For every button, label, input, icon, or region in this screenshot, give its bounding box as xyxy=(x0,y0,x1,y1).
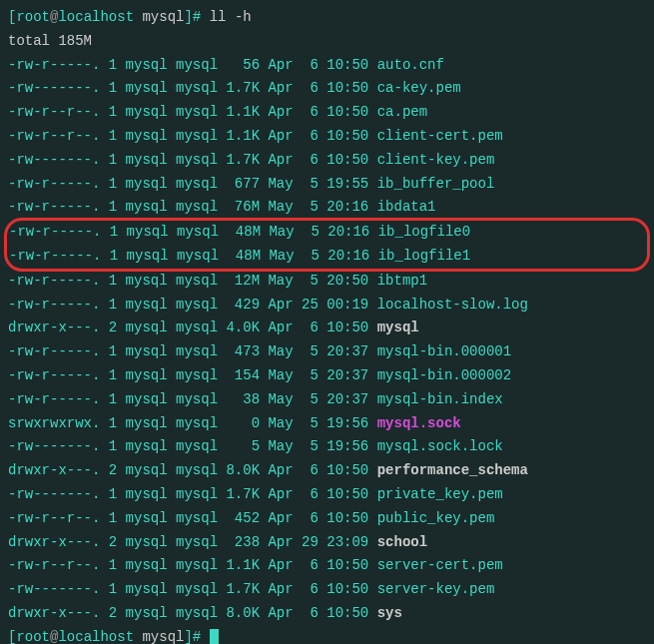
file-meta: -rw-------. 1 mysql mysql 5 May 5 19:56 xyxy=(8,438,377,454)
file-row: -rw-r--r--. 1 mysql mysql 1.1K Apr 6 10:… xyxy=(8,125,646,149)
file-row: -rw-r-----. 1 mysql mysql 56 Apr 6 10:50… xyxy=(8,54,646,78)
cursor[interactable] xyxy=(210,629,219,644)
file-meta: -rw-r--r--. 1 mysql mysql 1.1K Apr 6 10:… xyxy=(8,557,377,573)
file-name: server-key.pem xyxy=(377,581,495,597)
file-meta: -rw-------. 1 mysql mysql 1.7K Apr 6 10:… xyxy=(8,152,377,168)
file-name: auto.cnf xyxy=(377,57,444,73)
prompt-user: root xyxy=(16,9,50,25)
file-meta: -rw-r--r--. 1 mysql mysql 452 Apr 6 10:5… xyxy=(8,510,377,526)
file-meta: drwxr-x---. 2 mysql mysql 4.0K Apr 6 10:… xyxy=(8,320,377,335)
file-meta: -rw-r-----. 1 mysql mysql 677 May 5 19:5… xyxy=(8,176,377,192)
file-name: server-cert.pem xyxy=(377,557,503,573)
file-name: performance_schema xyxy=(377,462,528,478)
file-meta: -rw-------. 1 mysql mysql 1.7K Apr 6 10:… xyxy=(8,80,377,96)
file-meta: -rw-r-----. 1 mysql mysql 38 May 5 20:37 xyxy=(8,391,377,407)
file-row: -rw-r-----. 1 mysql mysql 473 May 5 20:3… xyxy=(8,340,646,364)
file-name: mysql-bin.000002 xyxy=(377,367,511,383)
file-row: srwxrwxrwx. 1 mysql mysql 0 May 5 19:56 … xyxy=(8,412,646,436)
file-meta: -rw-r-----. 1 mysql mysql 56 Apr 6 10:50 xyxy=(8,57,377,73)
file-name: mysql.sock.lock xyxy=(377,438,503,454)
total-line: total 185M xyxy=(8,30,646,54)
file-meta: drwxr-x---. 2 mysql mysql 8.0K Apr 6 10:… xyxy=(8,605,377,621)
file-name: mysql.sock xyxy=(377,415,461,431)
file-meta: -rw-------. 1 mysql mysql 1.7K Apr 6 10:… xyxy=(8,581,377,597)
file-row: -rw-r-----. 1 mysql mysql 677 May 5 19:5… xyxy=(8,173,646,197)
file-meta: -rw-r-----. 1 mysql mysql 48M May 5 20:1… xyxy=(9,248,378,264)
file-row: -rw-------. 1 mysql mysql 1.7K Apr 6 10:… xyxy=(8,483,646,507)
file-row: drwxr-x---. 2 mysql mysql 8.0K Apr 6 10:… xyxy=(8,459,646,483)
highlighted-rows: -rw-r-----. 1 mysql mysql 48M May 5 20:1… xyxy=(9,221,645,269)
file-name: ca-key.pem xyxy=(377,80,461,96)
file-row: -rw-r-----. 1 mysql mysql 429 Apr 25 00:… xyxy=(8,294,646,318)
prompt-line-2: [root@localhost mysql]# xyxy=(8,626,646,644)
file-meta: srwxrwxrwx. 1 mysql mysql 0 May 5 19:56 xyxy=(8,415,377,431)
file-meta: -rw-------. 1 mysql mysql 1.7K Apr 6 10:… xyxy=(8,486,377,502)
file-meta: -rw-r-----. 1 mysql mysql 429 Apr 25 00:… xyxy=(8,297,377,313)
file-meta: -rw-r-----. 1 mysql mysql 76M May 5 20:1… xyxy=(8,199,377,215)
file-name: public_key.pem xyxy=(377,510,495,526)
file-listing-continued: -rw-r-----. 1 mysql mysql 12M May 5 20:5… xyxy=(8,270,646,626)
file-name: school xyxy=(377,534,427,550)
file-meta: drwxr-x---. 2 mysql mysql 8.0K Apr 6 10:… xyxy=(8,462,377,478)
file-row: -rw-r-----. 1 mysql mysql 154 May 5 20:3… xyxy=(8,364,646,388)
prompt-host: localhost xyxy=(58,9,134,25)
file-row: -rw-r--r--. 1 mysql mysql 452 Apr 6 10:5… xyxy=(8,507,646,531)
file-name: mysql-bin.index xyxy=(377,391,503,407)
prompt-line: [root@localhost mysql]# ll -h xyxy=(8,6,646,30)
file-name: sys xyxy=(377,605,402,621)
highlight-annotation: -rw-r-----. 1 mysql mysql 48M May 5 20:1… xyxy=(4,218,650,272)
file-name: ib_buffer_pool xyxy=(377,176,495,192)
file-name: ibtmp1 xyxy=(377,273,427,289)
file-row: -rw-r-----. 1 mysql mysql 48M May 5 20:1… xyxy=(9,245,645,269)
file-row: -rw-------. 1 mysql mysql 1.7K Apr 6 10:… xyxy=(8,578,646,602)
file-row: -rw-r--r--. 1 mysql mysql 1.1K Apr 6 10:… xyxy=(8,101,646,125)
file-meta: -rw-r-----. 1 mysql mysql 473 May 5 20:3… xyxy=(8,343,377,359)
file-row: -rw-r-----. 1 mysql mysql 38 May 5 20:37… xyxy=(8,388,646,412)
file-row: -rw-r-----. 1 mysql mysql 12M May 5 20:5… xyxy=(8,270,646,294)
file-meta: -rw-r-----. 1 mysql mysql 48M May 5 20:1… xyxy=(9,224,378,240)
file-listing: -rw-r-----. 1 mysql mysql 56 Apr 6 10:50… xyxy=(8,54,646,221)
file-name: private_key.pem xyxy=(377,486,503,502)
file-row: -rw-------. 1 mysql mysql 1.7K Apr 6 10:… xyxy=(8,77,646,101)
prompt-path: mysql xyxy=(142,9,184,25)
file-row: drwxr-x---. 2 mysql mysql 8.0K Apr 6 10:… xyxy=(8,602,646,626)
file-meta: -rw-r--r--. 1 mysql mysql 1.1K Apr 6 10:… xyxy=(8,104,377,120)
file-meta: -rw-r--r--. 1 mysql mysql 1.1K Apr 6 10:… xyxy=(8,128,377,144)
file-name: mysql xyxy=(377,320,419,335)
file-name: ca.pem xyxy=(377,104,427,120)
file-name: localhost-slow.log xyxy=(377,297,528,313)
file-name: client-key.pem xyxy=(377,152,495,168)
file-name: ib_logfile1 xyxy=(378,248,470,264)
prompt-cmd[interactable]: ll -h xyxy=(210,9,252,25)
file-meta: -rw-r-----. 1 mysql mysql 154 May 5 20:3… xyxy=(8,367,377,383)
file-row: -rw-r--r--. 1 mysql mysql 1.1K Apr 6 10:… xyxy=(8,554,646,578)
file-row: drwxr-x---. 2 mysql mysql 238 Apr 29 23:… xyxy=(8,531,646,555)
file-row: drwxr-x---. 2 mysql mysql 4.0K Apr 6 10:… xyxy=(8,317,646,340)
file-name: ibdata1 xyxy=(377,199,436,215)
file-row: -rw-------. 1 mysql mysql 1.7K Apr 6 10:… xyxy=(8,149,646,173)
file-row: -rw-------. 1 mysql mysql 5 May 5 19:56 … xyxy=(8,435,646,459)
file-row: -rw-r-----. 1 mysql mysql 76M May 5 20:1… xyxy=(8,196,646,220)
file-name: mysql-bin.000001 xyxy=(377,343,511,359)
file-meta: drwxr-x---. 2 mysql mysql 238 Apr 29 23:… xyxy=(8,534,377,550)
file-meta: -rw-r-----. 1 mysql mysql 12M May 5 20:5… xyxy=(8,273,377,289)
file-name: client-cert.pem xyxy=(377,128,503,144)
file-name: ib_logfile0 xyxy=(378,224,470,240)
file-row: -rw-r-----. 1 mysql mysql 48M May 5 20:1… xyxy=(9,221,645,245)
